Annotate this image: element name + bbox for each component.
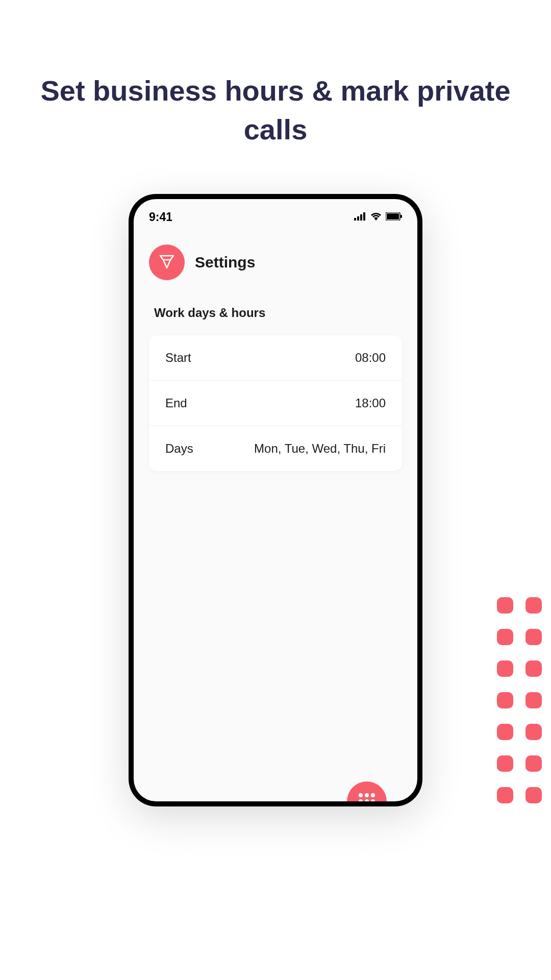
svg-rect-2 <box>360 214 362 220</box>
cellular-signal-icon <box>354 212 366 223</box>
days-row[interactable]: Days Mon, Tue, Wed, Thu, Fri <box>149 426 402 471</box>
decorative-dots <box>497 597 542 803</box>
app-header: Settings <box>134 229 417 285</box>
page-title: Settings <box>195 254 255 271</box>
svg-rect-6 <box>400 215 402 218</box>
wifi-icon <box>370 212 382 223</box>
dialpad-fab-button[interactable] <box>347 781 387 801</box>
days-label: Days <box>165 442 193 456</box>
svg-rect-1 <box>357 216 359 220</box>
end-time-row[interactable]: End 18:00 <box>149 381 402 426</box>
svg-rect-0 <box>354 218 356 220</box>
battery-icon <box>386 212 402 223</box>
app-logo-icon <box>149 244 185 280</box>
phone-screen: 9:41 Settings Work days & hours <box>134 199 417 801</box>
days-value: Mon, Tue, Wed, Thu, Fri <box>254 442 386 456</box>
svg-rect-5 <box>387 213 399 219</box>
dialpad-icon <box>359 793 375 801</box>
end-value: 18:00 <box>355 396 386 410</box>
start-time-row[interactable]: Start 08:00 <box>149 335 402 381</box>
status-time: 9:41 <box>149 210 172 224</box>
promo-headline: Set business hours & mark private calls <box>0 0 551 149</box>
phone-frame: 9:41 Settings Work days & hours <box>129 194 422 806</box>
end-label: End <box>165 396 187 410</box>
section-title: Work days & hours <box>134 285 417 330</box>
status-icons-group <box>354 212 402 223</box>
settings-card: Start 08:00 End 18:00 Days Mon, Tue, Wed… <box>149 335 402 471</box>
start-value: 08:00 <box>355 351 386 365</box>
svg-rect-3 <box>363 212 365 220</box>
start-label: Start <box>165 351 191 365</box>
status-bar: 9:41 <box>134 199 417 229</box>
